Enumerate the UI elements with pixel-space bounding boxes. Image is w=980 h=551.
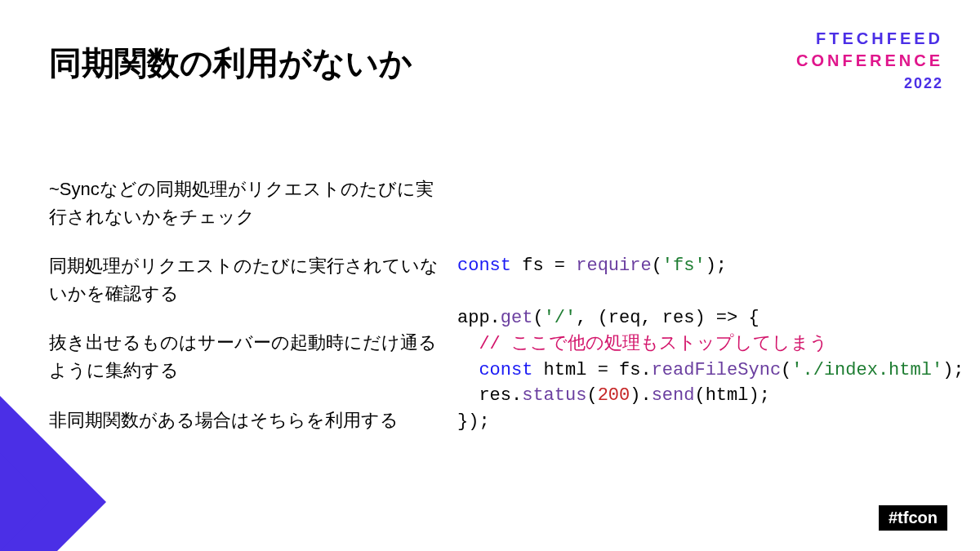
code-indent4: [457, 360, 479, 380]
brand-block: FTECHFEED CONFERENCE 2022: [796, 28, 943, 93]
code-kw-const2: const: [479, 360, 532, 380]
hashtag-badge: #tfcon: [879, 505, 947, 531]
brand-line2: CONFERENCE: [796, 50, 943, 72]
code-indent5: [457, 385, 479, 406]
code-mid5: ).: [630, 385, 651, 406]
code-fn-get: get: [501, 308, 533, 328]
slide-title: 同期関数の利用がないか: [49, 41, 412, 86]
code-paren: (: [652, 256, 662, 276]
code-app: app.: [457, 308, 501, 328]
brand-year: 2022: [796, 73, 943, 93]
code-fn-require: require: [576, 256, 651, 276]
chevron-decoration-icon: [0, 380, 147, 551]
code-kw-const1: const: [457, 256, 511, 276]
paragraph-3: 抜き出せるものはサーバーの起動時にだけ通るように集約する: [49, 329, 441, 384]
code-paren-close: );: [706, 256, 727, 276]
code-fn-status: status: [522, 385, 586, 406]
code-comment: // ここで他の処理もストップしてしまう: [457, 334, 828, 354]
code-num-200: 200: [598, 385, 630, 406]
code-str-index: './index.html': [791, 360, 942, 380]
code-paren2: (: [532, 308, 543, 328]
paragraph-2: 同期処理がリクエストのたびに実行されていないかを確認する: [49, 252, 441, 308]
code-paren5: (: [586, 385, 597, 406]
code-var-html: html = fs.: [532, 360, 651, 380]
code-fn-send: send: [652, 385, 695, 406]
slide: 同期関数の利用がないか FTECHFEED CONFERENCE 2022 ~S…: [0, 0, 980, 551]
code-paren4: (: [781, 360, 791, 380]
code-rest2: , (req, res) => {: [576, 308, 759, 328]
code-close: });: [457, 411, 490, 432]
code-str-root: '/': [544, 308, 577, 328]
code-res: res.: [479, 385, 522, 406]
code-args5: (html);: [694, 385, 769, 406]
code-var-fs: fs =: [511, 256, 576, 276]
code-str-fs: 'fs': [662, 256, 706, 276]
brand-line1: FTECHFEED: [796, 28, 943, 50]
paragraph-1: ~Syncなどの同期処理がリクエストのたびに実行されないかをチェック: [49, 176, 441, 231]
code-paren4c: );: [942, 360, 964, 380]
code-fn-readfilesync: readFileSync: [652, 360, 781, 380]
code-block: const fs = require('fs'); app.get('/', (…: [457, 253, 947, 435]
